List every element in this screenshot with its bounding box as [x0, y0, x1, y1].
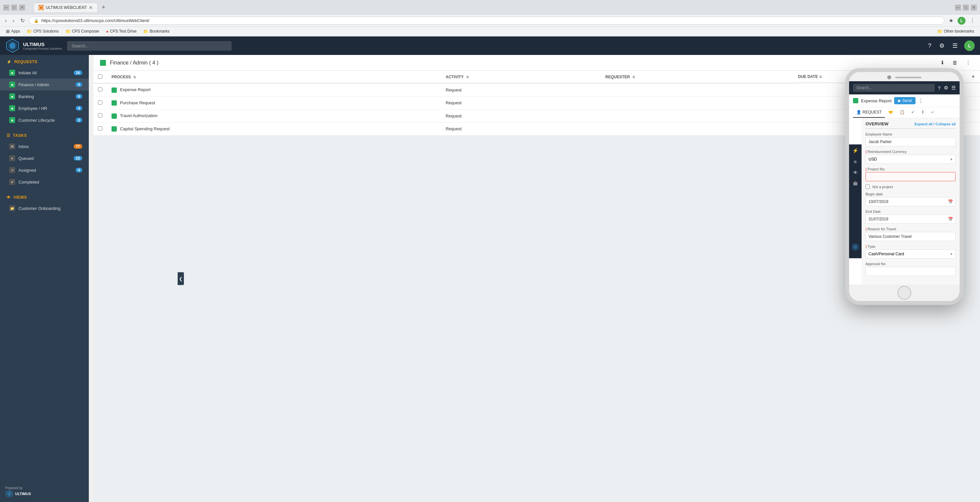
bookmark-cps-solutions[interactable]: 📁 CPS Solutions	[24, 28, 61, 35]
row2-checkbox-cell[interactable]	[94, 96, 107, 110]
row1-process[interactable]: Expense Report	[107, 83, 441, 96]
bookmark-star[interactable]: ★	[947, 17, 955, 24]
tab-close-icon[interactable]: ✕	[89, 5, 93, 10]
due-date-header-label: DUE DATE	[798, 74, 818, 79]
begin-date-group: Begin date 📅	[865, 192, 956, 206]
end-date-input[interactable]	[865, 214, 956, 224]
project-no-label: Project No.	[865, 167, 956, 171]
bookmark-apps[interactable]: ⊞ Apps	[3, 28, 23, 35]
active-tab[interactable]: ULTIMUS WEBCLIENT ✕	[33, 3, 98, 12]
approval-no-input[interactable]	[865, 267, 956, 276]
row4-checkbox-cell[interactable]	[94, 122, 107, 135]
row4-checkbox[interactable]	[98, 126, 102, 130]
phone-process-icon	[853, 98, 858, 103]
row2-checkbox[interactable]	[98, 100, 102, 105]
phone-more-btn[interactable]: ⋮	[918, 98, 923, 104]
phone-help-icon[interactable]: ?	[938, 85, 940, 91]
app-search-input[interactable]	[67, 41, 232, 51]
row3-process[interactable]: Travel Authorization	[107, 110, 441, 123]
collapse-all-link[interactable]: Collapse all	[935, 122, 956, 126]
phone-send-btn[interactable]: ▶ Send	[894, 97, 916, 104]
queued-label: Queued	[18, 156, 33, 161]
phone-left-list-icon[interactable]: ≡	[854, 159, 857, 165]
sidebar-item-assigned[interactable]: ↗ Assigned 4	[0, 164, 89, 176]
phone-search-input[interactable]	[853, 84, 935, 92]
phone-tab-check[interactable]: ✔	[908, 107, 918, 118]
sidebar-item-completed[interactable]: ✔ Completed	[0, 176, 89, 188]
menu-icon-btn[interactable]: ☰	[951, 41, 959, 51]
sidebar-item-employee-hr[interactable]: ■ Employee / HR 4	[0, 102, 89, 114]
delete-btn[interactable]: 🗑	[950, 58, 960, 67]
more-btn[interactable]: ⋮	[963, 58, 974, 67]
settings-icon-btn[interactable]: ⚙	[938, 41, 946, 51]
employee-name-input[interactable]	[865, 137, 956, 146]
sidebar-toggle-btn[interactable]: ❮	[178, 272, 184, 285]
phone-left-lightning-icon[interactable]: ⚡	[852, 148, 859, 154]
row4-process[interactable]: Capital Spending Request	[107, 122, 441, 135]
begin-date-input[interactable]	[865, 197, 956, 206]
phone-settings-icon[interactable]: ⚙	[944, 85, 948, 91]
close-btn2[interactable]: ✕	[971, 5, 977, 11]
not-a-project-checkbox[interactable]	[865, 184, 870, 189]
end-date-calendar-icon[interactable]: 📅	[948, 217, 953, 221]
phone-menu-icon[interactable]: ☰	[951, 85, 956, 91]
activity-column-header[interactable]: ACTIVITY ⇅	[441, 71, 601, 83]
project-no-input[interactable]	[865, 172, 956, 181]
phone-tab-copy[interactable]: 📋	[896, 107, 908, 118]
phone-tab-collab[interactable]: 🤝	[885, 107, 896, 118]
row2-process[interactable]: Purchase Request	[107, 96, 441, 110]
sidebar-item-customer-onboarding[interactable]: 📁 Customer Onboarding	[0, 202, 89, 214]
phone-left-robot-icon[interactable]: 🤖	[853, 181, 858, 186]
select-all-header[interactable]	[94, 71, 107, 83]
assigned-badge: 4	[76, 168, 82, 172]
reason-input[interactable]	[865, 232, 956, 241]
apps-grid-icon: ⊞	[6, 29, 10, 34]
minimize-button[interactable]: —	[3, 5, 9, 11]
forward-button[interactable]: ›	[11, 17, 16, 24]
phone-tab-upload[interactable]: ⬆	[918, 107, 928, 118]
bookmark-bookmarks[interactable]: 📁 Bookmarks	[140, 28, 172, 35]
download-btn[interactable]: ⬇	[937, 58, 947, 67]
row1-checkbox[interactable]	[98, 87, 102, 91]
row2-activity: Request	[441, 96, 601, 110]
filter-icon[interactable]: ▼	[971, 74, 975, 79]
currency-select[interactable]: USD	[865, 155, 956, 164]
sidebar-item-initiate-all[interactable]: ■ Initiate All 16	[0, 67, 89, 79]
back-button[interactable]: ‹	[3, 17, 8, 24]
address-bar[interactable]: 🔒 https://cpssolutions03.ultimuscps.com/…	[29, 16, 945, 25]
row3-checkbox[interactable]	[98, 113, 102, 118]
expand-all-link[interactable]: Expand all	[915, 122, 932, 126]
process-header-label: PROCESS	[111, 75, 131, 79]
select-all-checkbox[interactable]	[98, 74, 102, 79]
bookmark-cps-composer[interactable]: 📁 CPS Composer	[63, 28, 102, 35]
sidebar-item-customer-lifecycle[interactable]: ■ Customer Lifecycle 2	[0, 114, 89, 126]
maximize-button[interactable]: □	[11, 5, 17, 11]
row3-checkbox-cell[interactable]	[94, 110, 107, 123]
bookmark-cps-testdrive[interactable]: ● CPS Test Drive	[103, 28, 139, 35]
requester-column-header[interactable]: REQUESTER ⇅	[601, 71, 794, 83]
phone-tab-request[interactable]: 👤 REQUEST	[853, 107, 885, 118]
maximize-btn2[interactable]: □	[963, 5, 969, 11]
browser-menu-btn[interactable]: ⋮	[968, 17, 977, 24]
phone-tab-undo[interactable]: ↩	[928, 107, 937, 118]
sidebar-item-finance[interactable]: ■ Finance / Admin 4	[0, 79, 89, 91]
phone-home-button[interactable]	[897, 286, 911, 300]
type-select[interactable]: Cash/Personal Card	[865, 249, 956, 259]
row3-requester	[601, 110, 794, 123]
close-button[interactable]: ✕	[19, 5, 25, 11]
sidebar-item-inbox[interactable]: ✉ Inbox 77	[0, 140, 89, 152]
reload-button[interactable]: ↻	[19, 17, 26, 24]
sidebar-item-banking[interactable]: ■ Banking 6	[0, 91, 89, 102]
begin-date-calendar-icon[interactable]: 📅	[948, 199, 953, 204]
expand-collapse-links[interactable]: Expand all / Collapse all	[915, 122, 956, 126]
sidebar-item-queued[interactable]: ≡ Queued 23	[0, 152, 89, 164]
bookmark-other[interactable]: 📁 Other bookmarks	[935, 28, 977, 35]
row1-checkbox-cell[interactable]	[94, 83, 107, 96]
process-column-header[interactable]: PROCESS ⇅	[107, 71, 441, 83]
new-tab-button[interactable]: +	[98, 2, 109, 13]
minimize-btn2[interactable]: —	[955, 5, 961, 11]
help-icon-btn[interactable]: ?	[927, 41, 932, 51]
finance-icon: ■	[9, 82, 15, 87]
phone-left-eye-icon[interactable]: 👁	[853, 170, 858, 175]
activity-sort-icon: ⇅	[466, 75, 469, 79]
